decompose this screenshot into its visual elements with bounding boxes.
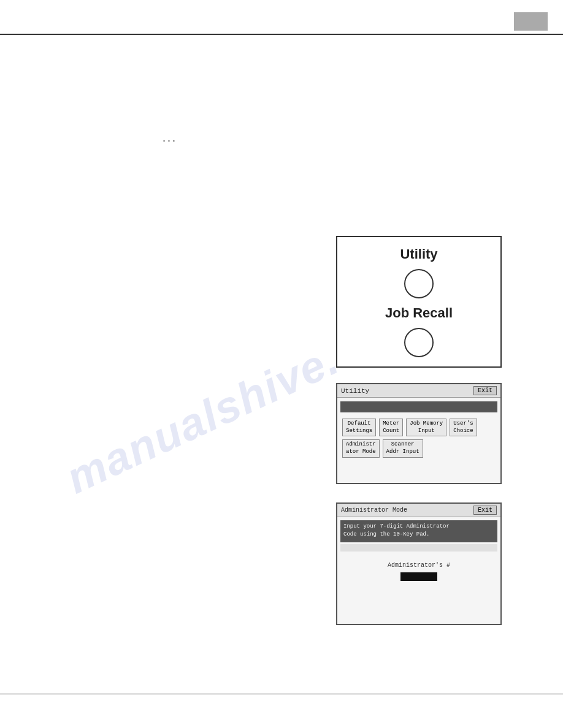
- top-right-box: [514, 12, 548, 31]
- default-settings-button[interactable]: DefaultSettings: [342, 419, 376, 436]
- admin-exit-button[interactable]: Exit: [473, 506, 497, 515]
- top-border: [0, 34, 563, 35]
- users-choice-button[interactable]: User'sChoice: [450, 419, 477, 436]
- job-recall-label: Job Recall: [385, 305, 453, 321]
- admin-panel-title: Administrator Mode: [341, 507, 407, 514]
- job-recall-circle[interactable]: [404, 328, 434, 357]
- admin-info-text: Input your 7-digit AdministratorCode usi…: [343, 523, 450, 537]
- utility-menu-bar: [340, 401, 497, 412]
- meter-count-button[interactable]: MeterCount: [379, 419, 403, 436]
- admin-header: Administrator Mode Exit: [337, 504, 500, 517]
- ellipsis-text: ...: [163, 132, 177, 145]
- admin-info-bar: Input your 7-digit AdministratorCode usi…: [340, 520, 497, 542]
- scanner-addr-input-button[interactable]: ScannerAddr Input: [383, 439, 423, 457]
- utility-menu-exit-button[interactable]: Exit: [473, 386, 497, 395]
- admin-content: Administrator's #: [337, 553, 500, 581]
- utility-menu-header: Utility Exit: [337, 384, 500, 398]
- job-memory-input-button[interactable]: Job MemoryInput: [406, 419, 446, 436]
- utility-panel-title: Utility: [400, 246, 437, 262]
- admin-blank-bar: [340, 544, 497, 552]
- admin-number-label: Administrator's #: [388, 562, 450, 569]
- bottom-border: [0, 694, 563, 695]
- admin-input-box[interactable]: [400, 572, 437, 581]
- utility-menu-buttons: DefaultSettings MeterCount Job MemoryInp…: [337, 416, 500, 460]
- utility-circle[interactable]: [404, 269, 434, 298]
- admin-panel: Administrator Mode Exit Input your 7-dig…: [336, 502, 502, 625]
- administrator-mode-button[interactable]: Administrator Mode: [342, 439, 380, 457]
- utility-panel: Utility Job Recall: [336, 236, 502, 368]
- utility-menu-title: Utility: [341, 387, 369, 395]
- utility-menu-panel: Utility Exit DefaultSettings MeterCount …: [336, 383, 502, 484]
